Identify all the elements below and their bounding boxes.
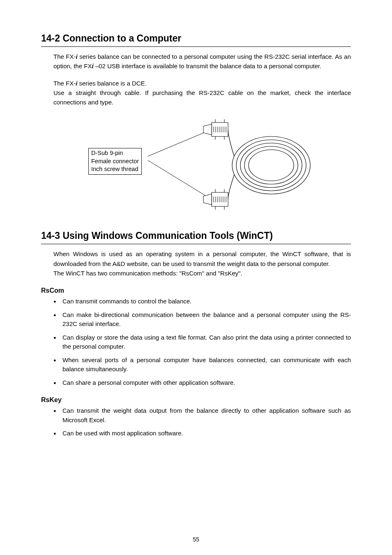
list-item: Can be used with most application softwa… xyxy=(53,429,351,438)
svg-line-0 xyxy=(148,130,212,156)
cable-figure: D-Sub 9-pin Female connector Inch screw … xyxy=(41,119,351,214)
list-item: When several ports of a personal compute… xyxy=(53,356,351,374)
svg-point-5 xyxy=(244,146,298,184)
rscom-heading: RsCom xyxy=(41,287,351,294)
list-item: Can transmit the weight data output from… xyxy=(53,406,351,425)
svg-point-2 xyxy=(232,136,310,194)
svg-marker-21 xyxy=(203,194,212,205)
rscom-list: Can transmit commands to control the bal… xyxy=(53,297,351,387)
section-14-3-para2: The WinCT has two communication methods:… xyxy=(53,268,351,278)
section-14-2-para3: Use a straight through cable. If purchas… xyxy=(53,88,351,107)
callout-line2: Female connector xyxy=(91,157,139,166)
list-item: Can display or store the data using a te… xyxy=(53,333,351,352)
text: The FX- xyxy=(53,53,76,60)
section-14-2-para1: The FX-i series balance can be connected… xyxy=(53,52,351,71)
list-item: Can transmit commands to control the bal… xyxy=(53,297,351,306)
heading-rule xyxy=(41,46,351,47)
svg-point-6 xyxy=(249,150,294,181)
rskey-list: Can transmit the weight data output from… xyxy=(53,406,351,438)
document-page: 14-2 Connection to a Computer The FX-i s… xyxy=(0,0,392,555)
svg-marker-8 xyxy=(203,124,212,135)
section-14-2-para2: The FX-i series balance is a DCE. xyxy=(53,79,351,88)
callout-line3: Inch screw thread xyxy=(91,165,139,173)
section-14-3-heading: 14-3 Using Windows Communication Tools (… xyxy=(41,230,351,242)
svg-line-1 xyxy=(148,160,212,199)
text: series balance is a DCE. xyxy=(77,80,146,87)
section-14-3-para1: When Windows is used as an operating sys… xyxy=(53,249,351,268)
rskey-heading: RsKey xyxy=(41,396,351,404)
section-14-2-heading: 14-2 Connection to a Computer xyxy=(41,33,351,45)
text: –02 USB interface is available to transm… xyxy=(94,62,322,69)
cable-diagram-svg xyxy=(148,119,329,214)
callout-line1: D-Sub 9-pin xyxy=(91,149,139,157)
text: The FX- xyxy=(53,80,76,87)
svg-point-3 xyxy=(236,140,306,191)
page-number: 55 xyxy=(0,536,392,543)
heading-rule xyxy=(41,244,351,244)
list-item: Can make bi-directional communication be… xyxy=(53,310,351,329)
list-item: Can share a personal computer with other… xyxy=(53,378,351,388)
connector-callout: D-Sub 9-pin Female connector Inch screw … xyxy=(88,148,142,175)
